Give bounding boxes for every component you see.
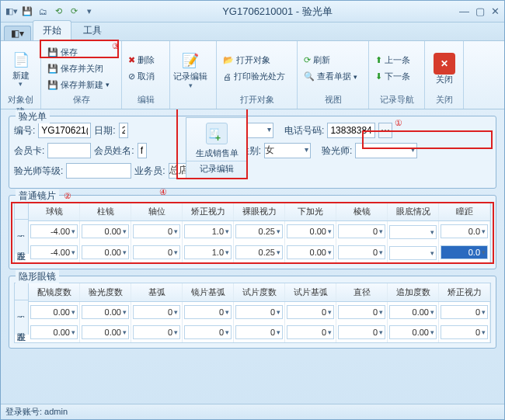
qat-more-icon[interactable]: ▾ [83, 5, 96, 18]
save-button[interactable]: 💾保存 [44, 45, 113, 60]
close-button[interactable]: ✕ 关闭 [428, 43, 460, 94]
grid-cell[interactable]: 0.00▾ [30, 305, 78, 319]
record-edit-icon: 📝 [179, 50, 201, 71]
mark-4: ④ [159, 187, 167, 197]
grid-cell[interactable]: 0.0▾ [441, 224, 488, 238]
tab-start[interactable]: 开始 [33, 20, 71, 40]
save-close-icon: 💾 [47, 64, 58, 74]
open-icon: 📂 [223, 55, 234, 65]
grid-cell[interactable]: 0.00▾ [82, 325, 129, 339]
grid-cell[interactable]: 0.25▾ [235, 224, 283, 238]
fieldset-legend: 验光单 [16, 110, 50, 123]
grid-cell[interactable]: 0▾ [235, 305, 283, 319]
grid-cell[interactable]: 0.00▾ [30, 325, 78, 339]
grid-cell[interactable]: 0▾ [287, 325, 334, 339]
col-header: 镜片基弧 [183, 283, 234, 301]
minimize-icon[interactable]: — [459, 5, 469, 17]
record-edit-button[interactable]: 📝 记录编辑 ▾ [173, 44, 207, 95]
close-window-icon[interactable]: ✕ [491, 5, 500, 17]
file-menu-button[interactable]: ◧▾ [4, 26, 31, 40]
cancel-icon: ⊘ [128, 71, 135, 82]
content-area: ④ 🧾+ 生成销售单 记录编辑 验光单 ① 编号: 日期: 门店: 总店 电话号… [1, 109, 504, 404]
grid-cell[interactable]: 0.0▾ [441, 245, 488, 259]
grid-cell[interactable]: 0▾ [184, 325, 232, 339]
print-icon: 🖨 [223, 72, 232, 82]
tab-tools[interactable]: 工具 [73, 20, 112, 40]
phone-lookup-button[interactable]: ⋯ [378, 123, 392, 138]
grid-cell[interactable]: 0▾ [133, 325, 180, 339]
save-icon[interactable]: 💾 [21, 5, 33, 18]
mark-2: ② [64, 191, 71, 201]
window-title: YG1706210001 - 验光单 [96, 5, 459, 19]
col-header: 矫正视力 [439, 283, 490, 301]
grid-cell[interactable]: 0▾ [338, 305, 385, 319]
next-record-button[interactable]: ⬇下一条 [372, 69, 413, 84]
save-close-icon[interactable]: 🗂 [37, 5, 49, 18]
grid-cell[interactable]: 0.25▾ [235, 245, 283, 259]
grid-cell[interactable]: ▾ [389, 246, 437, 260]
col-header: 试片基弧 [285, 283, 336, 301]
grid-cell[interactable]: 0▾ [287, 305, 334, 319]
grid-cell[interactable]: 0▾ [441, 305, 488, 319]
login-status: 登录账号: admin [5, 407, 68, 416]
grid-cell[interactable]: 0.00▾ [82, 224, 129, 238]
grid-cell[interactable]: 0▾ [133, 245, 180, 259]
grid-cell[interactable]: -4.00▾ [30, 224, 78, 238]
col-header: 追加度数 [388, 283, 439, 301]
qat-dropdown-icon[interactable]: ◧▾ [5, 5, 18, 18]
grid-cell[interactable]: 0.00▾ [389, 325, 437, 339]
print-rx-button[interactable]: 🖨打印验光处方 [220, 69, 288, 84]
col-header: 直径 [336, 283, 388, 301]
col-header: 瞳距 [439, 203, 490, 220]
grid-cell[interactable]: 0.00▾ [82, 245, 129, 259]
col-header: 轴位 [131, 203, 183, 220]
undo-icon[interactable]: ⟲ [52, 5, 64, 18]
grid-cell[interactable]: 1.0▾ [184, 224, 232, 238]
card-input[interactable] [47, 143, 91, 158]
save-new-button[interactable]: 💾保存并新建▾ [44, 78, 113, 92]
level-input[interactable] [66, 163, 131, 179]
code-input[interactable] [38, 123, 91, 138]
phone-input[interactable] [327, 123, 375, 138]
grid-cell[interactable]: 0▾ [338, 245, 385, 259]
grid-cell[interactable]: 0▾ [133, 305, 180, 319]
col-header: 球镜 [29, 203, 80, 220]
grid-cell[interactable]: 0.00▾ [389, 305, 437, 319]
save-close-button[interactable]: 💾保存并关闭 [44, 61, 113, 76]
col-header: 矫正视力 [183, 203, 234, 220]
contact-legend: 隐形眼镜 [16, 270, 59, 283]
grid-cell[interactable]: 0.00▾ [287, 245, 334, 259]
grid-cell[interactable]: 0▾ [184, 305, 232, 319]
grid-cell[interactable]: 0.00▾ [287, 224, 334, 238]
grid-cell[interactable]: 0▾ [235, 325, 283, 339]
new-button[interactable]: 📄 新建 ▾ [4, 43, 37, 94]
grid-cell[interactable]: 0▾ [338, 224, 385, 238]
optometry-fieldset: 验光单 ① 编号: 日期: 门店: 总店 电话号码: ⋯ 会员卡: 会员姓名: [9, 116, 496, 189]
mark-3: ③ [112, 41, 120, 51]
name-input[interactable] [138, 143, 147, 158]
grid-cell[interactable]: 1.0▾ [184, 245, 232, 259]
query-bill-button[interactable]: 🔍查看单据▾ [301, 69, 360, 84]
grid-cell[interactable]: 0.00▾ [82, 305, 129, 319]
prev-record-button[interactable]: ⬆上一条 [372, 53, 413, 68]
grid-cell[interactable]: -4.00▾ [30, 245, 78, 259]
contact-grid: 右眼 左眼 配镜度数验光度数基弧镜片基弧试片度数试片基弧直径追加度数矫正视力 0… [14, 283, 491, 343]
open-object-button[interactable]: 📂打开对象 [220, 53, 288, 68]
redo-icon[interactable]: ⟳ [68, 5, 80, 18]
maximize-icon[interactable]: ▢ [475, 5, 485, 17]
left-eye-label: 左眼 [15, 318, 29, 335]
delete-button[interactable]: ✖删除 [125, 53, 158, 68]
name-label: 会员姓名: [94, 144, 134, 158]
sex-select[interactable]: 女 [264, 143, 311, 158]
gen-sale-button[interactable]: 生成销售单 [196, 146, 239, 161]
date-input[interactable] [119, 123, 128, 138]
grid-cell[interactable]: 0▾ [441, 325, 488, 339]
group-save-label: 保存 [44, 94, 118, 107]
refresh-button[interactable]: ⟳刷新 [301, 53, 360, 68]
grid-cell[interactable]: 0▾ [133, 224, 180, 238]
grid-cell[interactable]: ▾ [389, 225, 437, 239]
optometrist-select[interactable] [355, 143, 417, 158]
col-header: 试片度数 [234, 283, 285, 301]
cancel-button[interactable]: ⊘取消 [125, 69, 158, 84]
grid-cell[interactable]: 0▾ [338, 325, 385, 339]
